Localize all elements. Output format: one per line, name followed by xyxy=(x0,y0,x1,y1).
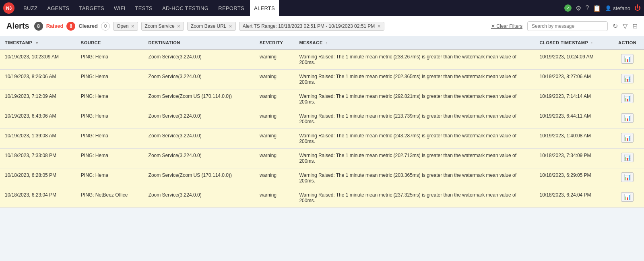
user-icon: 👤 xyxy=(605,5,611,11)
cell-closed-timestamp: 10/18/2023, 6:29:05 PM xyxy=(535,168,611,188)
chart-button[interactable]: 📊 xyxy=(621,54,634,64)
cell-source: PING: Hema xyxy=(76,109,144,129)
filter-icon[interactable]: ▽ xyxy=(623,22,627,30)
cell-closed-timestamp: 10/19/2023, 1:40:08 AM xyxy=(535,129,611,149)
clipboard-icon[interactable]: 📋 xyxy=(593,4,601,12)
cell-timestamp: 10/18/2023, 6:23:04 PM xyxy=(0,188,76,208)
total-badge: 8 xyxy=(34,22,43,31)
remove-filter-open[interactable]: × xyxy=(131,23,134,29)
table-body: 10/19/2023, 10:23:09 AM PING: Hema Zoom … xyxy=(0,50,644,208)
cell-timestamp: 10/19/2023, 6:43:06 AM xyxy=(0,109,76,129)
col-header-message[interactable]: MESSAGE ↕ xyxy=(294,36,535,50)
cell-source: PING: Hema xyxy=(76,129,144,149)
sort-icon-message: ↕ xyxy=(325,41,328,45)
toolbar: Alerts 8 Raised 8 Cleared 0 Open × Zoom … xyxy=(0,16,644,36)
filter-zoom-service[interactable]: Zoom Service × xyxy=(141,22,184,31)
nav-buzz[interactable]: BUZZ xyxy=(19,0,41,16)
remove-filter-zoom-base-url[interactable]: × xyxy=(229,23,232,29)
col-header-timestamp[interactable]: TIMESTAMP ▼ xyxy=(0,36,76,50)
cell-message: Warning Raised: The 1 minute mean metric… xyxy=(294,70,535,89)
cell-closed-timestamp: 10/18/2023, 7:34:09 PM xyxy=(535,149,611,168)
alerts-table: TIMESTAMP ▼ SOURCE DESTINATION SEVERITY … xyxy=(0,36,644,208)
cleared-label[interactable]: Cleared xyxy=(78,23,98,29)
table-row: 10/19/2023, 1:39:08 AM PING: Hema Zoom S… xyxy=(0,129,644,149)
cell-source: PING: Hema xyxy=(76,89,144,109)
nav-adhoc-testing[interactable]: AD-HOC TESTING xyxy=(158,0,213,16)
cell-action[interactable]: 📊 xyxy=(611,129,644,149)
nav-wifi[interactable]: WIFI xyxy=(110,0,130,16)
chart-button[interactable]: 📊 xyxy=(621,172,634,182)
columns-icon[interactable]: ⊟ xyxy=(632,22,638,30)
table-row: 10/19/2023, 10:23:09 AM PING: Hema Zoom … xyxy=(0,50,644,70)
status-icon: ✓ xyxy=(564,4,572,12)
sort-icon-timestamp: ▼ xyxy=(35,41,39,45)
cell-action[interactable]: 📊 xyxy=(611,109,644,129)
user-label: 👤 stefano xyxy=(605,5,630,11)
table-row: 10/19/2023, 6:43:06 AM PING: Hema Zoom S… xyxy=(0,109,644,129)
nav-targets[interactable]: TARGETS xyxy=(75,0,108,16)
logout-icon[interactable]: ⏻ xyxy=(634,4,641,12)
refresh-icon[interactable]: ↻ xyxy=(613,22,618,30)
search-input[interactable] xyxy=(527,21,608,31)
nav-reports[interactable]: REPORTS xyxy=(214,0,248,16)
cell-action[interactable]: 📊 xyxy=(611,168,644,188)
nav-alerts[interactable]: ALERTS xyxy=(250,0,279,16)
cell-severity: warning xyxy=(255,89,294,109)
cell-closed-timestamp: 10/19/2023, 6:44:11 AM xyxy=(535,109,611,129)
filter-open[interactable]: Open × xyxy=(113,22,138,31)
raised-badge: 8 xyxy=(66,22,75,31)
cell-message: Warning Raised: The 1 minute mean metric… xyxy=(294,109,535,129)
cell-action[interactable]: 📊 xyxy=(611,70,644,89)
remove-filter-zoom-service[interactable]: × xyxy=(177,23,180,29)
alerts-table-container: TIMESTAMP ▼ SOURCE DESTINATION SEVERITY … xyxy=(0,36,644,208)
cell-source: PING: NetBeez Office xyxy=(76,188,144,208)
cell-timestamp: 10/19/2023, 8:26:06 AM xyxy=(0,70,76,89)
filter-zoom-base-url[interactable]: Zoom Base URL × xyxy=(187,22,236,31)
logo: N3 xyxy=(3,2,14,14)
sort-icon-closed-ts: ↕ xyxy=(591,41,593,45)
cleared-badge: 0 xyxy=(101,22,110,31)
cell-closed-timestamp: 10/19/2023, 8:27:06 AM xyxy=(535,70,611,89)
col-header-action: ACTION xyxy=(611,36,644,50)
cell-message: Warning Raised: The 1 minute mean metric… xyxy=(294,188,535,208)
table-row: 10/18/2023, 6:28:05 PM PING: Hema Zoom S… xyxy=(0,168,644,188)
nav-tests[interactable]: TESTS xyxy=(131,0,157,16)
help-icon[interactable]: ? xyxy=(585,4,589,12)
remove-filter-alert-ts-range[interactable]: × xyxy=(377,23,380,29)
cell-destination: Zoom Service(3.224.0.0) xyxy=(144,149,255,168)
cell-timestamp: 10/19/2023, 10:23:09 AM xyxy=(0,50,76,70)
cell-action[interactable]: 📊 xyxy=(611,89,644,109)
chart-button[interactable]: 📊 xyxy=(621,153,634,162)
filter-alert-ts-range[interactable]: Alert TS Range: 10/18/2023 02:51 PM - 10… xyxy=(239,22,384,31)
cell-message: Warning Raised: The 1 minute mean metric… xyxy=(294,149,535,168)
settings-icon[interactable]: ⚙ xyxy=(576,4,581,12)
cell-action[interactable]: 📊 xyxy=(611,50,644,70)
cell-action[interactable]: 📊 xyxy=(611,188,644,208)
chart-button[interactable]: 📊 xyxy=(621,113,634,123)
cell-destination: Zoom Service(3.224.0.0) xyxy=(144,50,255,70)
raised-label[interactable]: Raised xyxy=(46,23,64,29)
col-header-closed-timestamp[interactable]: CLOSED TIMESTAMP ↕ xyxy=(535,36,611,50)
chart-button[interactable]: 📊 xyxy=(621,74,634,83)
cell-severity: warning xyxy=(255,129,294,149)
cell-source: PING: Hema xyxy=(76,70,144,89)
clear-filters-button[interactable]: ✕ Clear Filters xyxy=(491,23,522,29)
chart-button[interactable]: 📊 xyxy=(621,133,634,143)
col-header-destination: DESTINATION xyxy=(144,36,255,50)
cell-action[interactable]: 📊 xyxy=(611,149,644,168)
chart-button[interactable]: 📊 xyxy=(621,192,634,202)
cell-closed-timestamp: 10/19/2023, 7:14:14 AM xyxy=(535,89,611,109)
cell-destination: Zoom Service(Zoom US (170.114.0.0)) xyxy=(144,89,255,109)
page-title: Alerts xyxy=(6,21,29,31)
chart-button[interactable]: 📊 xyxy=(621,93,634,103)
cell-destination: Zoom Service(3.224.0.0) xyxy=(144,109,255,129)
table-row: 10/19/2023, 7:12:09 AM PING: Hema Zoom S… xyxy=(0,89,644,109)
cell-destination: Zoom Service(Zoom US (170.114.0.0)) xyxy=(144,168,255,188)
cell-closed-timestamp: 10/18/2023, 6:24:04 PM xyxy=(535,188,611,208)
cell-closed-timestamp: 10/19/2023, 10:24:09 AM xyxy=(535,50,611,70)
table-row: 10/19/2023, 8:26:06 AM PING: Hema Zoom S… xyxy=(0,70,644,89)
table-row: 10/18/2023, 6:23:04 PM PING: NetBeez Off… xyxy=(0,188,644,208)
cell-timestamp: 10/19/2023, 1:39:08 AM xyxy=(0,129,76,149)
nav-agents[interactable]: AGENTS xyxy=(43,0,73,16)
table-row: 10/18/2023, 7:33:08 PM PING: Hema Zoom S… xyxy=(0,149,644,168)
